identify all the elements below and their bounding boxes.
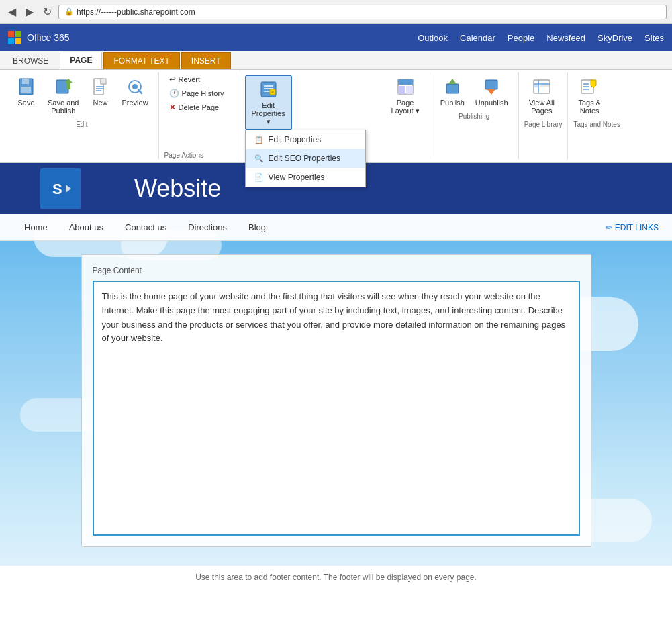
view-all-pages-icon [531, 76, 553, 97]
forward-button[interactable]: ▶ [23, 4, 36, 19]
publish-label: Publish [440, 99, 465, 107]
tags-notes-group-label: Tags and Notes [573, 118, 620, 128]
tags-notes-icon [579, 76, 600, 97]
page-history-button[interactable]: 🕐 Page History [164, 87, 229, 100]
svg-rect-11 [101, 79, 106, 84]
edit-properties-item-label: Edit Properties [269, 135, 322, 144]
sharepoint-site: S Website Home About us Contact us Direc… [0, 163, 672, 566]
svg-line-17 [138, 90, 142, 93]
tags-notes-button[interactable]: Tags &Notes [573, 72, 606, 118]
o365-logo-area: Office 365 [8, 31, 70, 44]
edit-properties-button[interactable]: Edit Properties ▾ [245, 75, 292, 130]
view-props-icon: 📄 [254, 172, 265, 183]
ribbon-group-edit: Save Save andPublish New [5, 72, 159, 159]
edit-group-label: Edit [11, 118, 153, 128]
nav-people[interactable]: People [508, 33, 534, 43]
svg-rect-6 [21, 87, 31, 93]
page-layout-icon [395, 76, 416, 97]
page-actions-label: Page Actions [164, 117, 203, 159]
refresh-button[interactable]: ↻ [40, 4, 54, 19]
svg-marker-44 [66, 185, 71, 193]
nav-blog[interactable]: Blog [238, 217, 277, 238]
save-publish-icon [52, 76, 74, 97]
ribbon-group-publishing: Publish Unpublish Publishing [430, 72, 519, 159]
publishing-label: Publishing [436, 110, 513, 120]
ribbon-tabs: BROWSE PAGE FORMAT TEXT INSERT [0, 51, 672, 70]
save-publish-button[interactable]: Save andPublish [43, 72, 83, 118]
view-all-pages-button[interactable]: View AllPages [524, 72, 559, 118]
ribbon-toolbar: Save Save andPublish New [0, 70, 672, 163]
unpublish-label: Unpublish [475, 99, 508, 107]
nav-contact[interactable]: Contact us [114, 217, 177, 238]
nav-newsfeed[interactable]: Newsfeed [546, 33, 585, 43]
back-button[interactable]: ◀ [5, 4, 19, 19]
nav-calendar[interactable]: Calendar [460, 33, 495, 43]
save-button[interactable]: Save [11, 72, 42, 110]
edit-properties-dropdown: 📋 Edit Properties 🔍 Edit SEO Properties … [245, 130, 366, 187]
publish-icon [442, 76, 463, 97]
sp-logo-icon: S [47, 175, 74, 202]
nav-skydrive[interactable]: SkyDrive [597, 33, 632, 43]
page-content-editor[interactable]: This is the home page of your website an… [93, 281, 580, 536]
svg-rect-3 [15, 38, 21, 44]
view-properties-label: View Properties [269, 172, 325, 182]
site-title: Website [134, 175, 221, 203]
dropdown-edit-properties[interactable]: 📋 Edit Properties [246, 130, 365, 149]
dropdown-view-properties[interactable]: 📄 View Properties [246, 168, 365, 187]
svg-marker-30 [448, 79, 457, 84]
edit-links-icon: ✏ [606, 223, 612, 232]
o365-title: Office 365 [27, 32, 70, 43]
svg-rect-27 [398, 86, 405, 94]
edit-properties-label: Edit Properties ▾ [250, 101, 287, 126]
svg-rect-31 [485, 80, 497, 89]
page-layout-button[interactable]: PageLayout ▾ [387, 72, 424, 119]
delete-page-button[interactable]: ✕ Delete Page [164, 101, 229, 114]
save-icon [15, 76, 37, 97]
page-library-label: Page Library [524, 118, 563, 128]
page-actions-group-label [387, 119, 424, 121]
preview-icon [124, 76, 146, 97]
address-bar[interactable]: 🔒 https://------public.sharepoint.com [58, 5, 667, 19]
dropdown-edit-seo[interactable]: 🔍 Edit SEO Properties [246, 149, 365, 168]
nav-outlook[interactable]: Outlook [418, 33, 448, 43]
site-nav: Home About us Contact us Directions Blog… [0, 214, 672, 241]
tab-page[interactable]: PAGE [60, 52, 102, 69]
nav-home[interactable]: Home [13, 217, 58, 238]
revert-label: Revert [179, 75, 200, 83]
content-box: Page Content This is the home page of yo… [81, 254, 591, 547]
page-content-text: This is the home page of your website an… [102, 291, 566, 343]
url-text: https://------public.sharepoint.com [77, 7, 195, 17]
svg-rect-28 [406, 86, 413, 94]
tab-browse[interactable]: BROWSE [3, 52, 58, 69]
lock-icon: 🔒 [64, 7, 74, 16]
edit-links[interactable]: ✏ EDIT LINKS [606, 223, 659, 232]
svg-rect-1 [15, 31, 21, 37]
svg-rect-29 [446, 84, 459, 93]
o365-nav-links: Outlook Calendar People Newsfeed SkyDriv… [418, 33, 664, 43]
new-icon [89, 76, 111, 97]
browser-chrome: ◀ ▶ ↻ 🔒 https://------public.sharepoint.… [0, 0, 672, 24]
new-button[interactable]: New [85, 72, 115, 110]
o365-icon [8, 31, 21, 44]
tab-format-text[interactable]: FORMAT TEXT [103, 52, 179, 69]
nav-sites[interactable]: Sites [644, 33, 664, 43]
save-label: Save [17, 99, 34, 107]
svg-marker-32 [487, 89, 495, 95]
revert-button[interactable]: ↩ Revert [164, 72, 229, 86]
ribbon-group-layout: PageLayout ▾ [381, 72, 430, 159]
edit-seo-icon: 🔍 [254, 153, 265, 164]
nav-directions[interactable]: Directions [177, 217, 238, 238]
publish-button[interactable]: Publish [436, 72, 469, 110]
page-history-label: Page History [182, 89, 224, 97]
delete-page-label: Delete Page [179, 103, 220, 111]
tab-insert[interactable]: INSERT [181, 52, 231, 69]
ribbon-group-tags: Tags &Notes Tags and Notes [568, 72, 626, 159]
edit-properties-dropdown-container: Edit Properties ▾ 📋 Edit Properties 🔍 Ed… [245, 75, 292, 130]
new-label: New [93, 99, 107, 107]
preview-button[interactable]: Preview [117, 72, 152, 110]
nav-about[interactable]: About us [58, 217, 114, 238]
unpublish-button[interactable]: Unpublish [471, 72, 513, 110]
sp-logo: S [40, 168, 81, 209]
edit-props-icon: 📋 [254, 134, 265, 145]
page-content-label: Page Content [93, 266, 580, 275]
